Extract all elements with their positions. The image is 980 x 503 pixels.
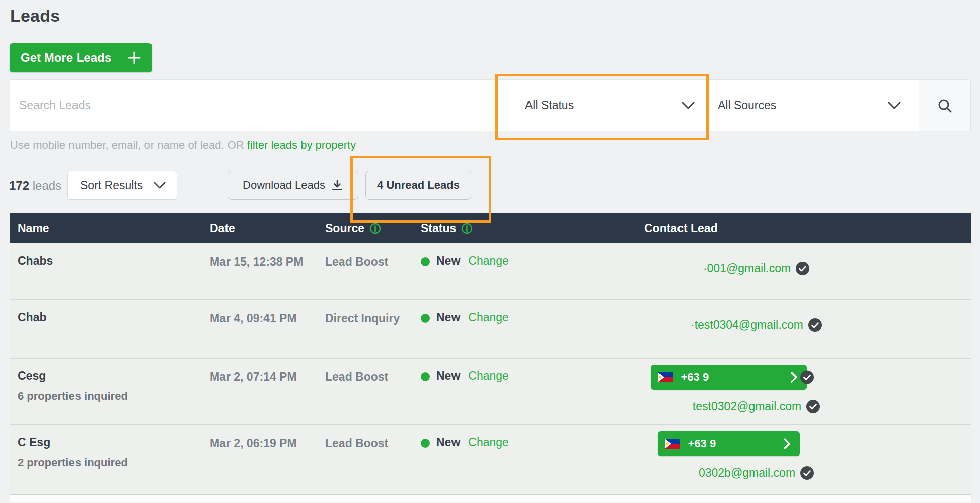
plus-icon [128,51,141,64]
check-badge-icon [806,400,820,413]
lead-date: Mar 15, 12:38 PM [210,243,325,299]
column-header-source: Source [325,222,421,235]
sources-filter-value: All Sources [718,99,776,112]
lead-date: Mar 2, 06:19 PM [210,425,325,494]
status-dot [421,314,430,323]
status-dot [421,439,430,448]
leads-page: Leads Get More Leads All Status All Sour… [0,0,980,503]
table-header-row: Name Date Source Status Contact Lead [10,213,971,243]
lead-name: C Esg [18,436,210,449]
search-bar: All Status All Sources [10,79,971,131]
leads-table: Name Date Source Status Contact Lead Cha… [10,213,971,502]
search-icon [937,98,953,114]
lead-name: Cesg [18,369,210,383]
lead-phone-label: +63 9 [688,437,716,450]
search-button[interactable] [919,80,970,131]
check-badge-icon [800,466,814,480]
lead-email-link[interactable]: test0302@gmail.com [693,400,801,413]
check-badge-icon [800,371,814,384]
lead-email-link[interactable]: ·test0304@gmail.com [691,318,803,332]
column-header-date: Date [210,222,325,235]
column-header-source-label: Source [325,222,364,235]
lead-name: Chab [18,311,210,324]
download-leads-button[interactable]: Download Leads [228,171,358,200]
status-label: New [436,311,460,324]
lead-date: Mar 4, 09:41 PM [210,300,325,358]
info-icon[interactable] [461,223,473,234]
lead-source: Lead Boost [325,425,421,494]
chevron-down-icon [682,102,695,110]
chevron-right-icon [791,372,798,383]
sort-results-select[interactable]: Sort Results [67,171,177,200]
status-filter-select[interactable]: All Status [496,80,709,131]
leads-count-label: leads [33,179,61,192]
leads-count-number: 172 [9,179,29,192]
lead-source: Lead Boost [325,359,421,424]
change-status-link[interactable]: Change [468,436,509,449]
call-lead-button[interactable]: +63 9 [651,365,807,390]
search-helper-text: Use mobile number, email, or name of lea… [10,139,356,152]
table-row: Cesg 6 properties inquired Mar 2, 07:14 … [10,358,971,424]
lead-properties-count: 2 properties inquired [18,456,210,469]
column-header-contact: Contact Lead [542,222,971,235]
download-leads-label: Download Leads [243,179,325,192]
change-status-link[interactable]: Change [468,369,509,383]
table-row: Chab Mar 4, 09:41 PM Direct Inquiry New … [10,299,971,358]
status-filter-value: All Status [525,99,574,112]
column-header-name: Name [10,222,210,235]
status-label: New [436,254,460,268]
table-row: Chabs Mar 15, 12:38 PM Lead Boost New Ch… [10,243,971,299]
search-input[interactable] [10,80,496,131]
lead-source: Direct Inquiry [325,300,421,358]
philippines-flag-icon [658,372,673,382]
column-header-status-label: Status [421,222,456,235]
column-header-status: Status [421,222,542,235]
get-more-leads-button[interactable]: Get More Leads [10,43,152,72]
table-row-partial [10,494,971,502]
lead-source: Lead Boost [325,243,421,299]
status-dot [421,372,430,381]
sources-filter-select[interactable]: All Sources [709,80,919,131]
chevron-right-icon [784,438,791,449]
unread-leads-button[interactable]: 4 Unread Leads [365,171,471,200]
table-row: C Esg 2 properties inquired Mar 2, 06:19… [10,424,971,494]
get-more-leads-label: Get More Leads [21,51,111,65]
status-dot [421,257,430,266]
chevron-down-icon [154,182,166,189]
lead-phone-label: +63 9 [681,371,709,384]
check-badge-icon [796,262,809,275]
status-label: New [436,436,460,449]
helper-text: Use mobile number, email, or name of lea… [10,139,247,151]
download-icon [331,179,343,191]
lead-properties-count: 6 properties inquired [18,390,210,403]
info-icon[interactable] [369,223,381,234]
page-title: Leads [10,6,60,26]
change-status-link[interactable]: Change [468,254,509,268]
sort-results-value: Sort Results [80,179,143,192]
philippines-flag-icon [665,439,680,449]
chevron-down-icon [888,102,901,110]
status-label: New [436,369,460,383]
filter-by-property-link[interactable]: filter leads by property [247,139,356,151]
lead-email-link[interactable]: ·001@gmail.com [703,262,791,275]
lead-date: Mar 2, 07:14 PM [210,359,325,424]
lead-email-link[interactable]: 0302b@gmail.com [699,466,795,480]
leads-count: 172 leads [9,179,61,193]
lead-name: Chabs [18,254,210,268]
call-lead-button[interactable]: +63 9 [658,431,800,456]
change-status-link[interactable]: Change [468,311,509,324]
check-badge-icon [808,318,822,332]
